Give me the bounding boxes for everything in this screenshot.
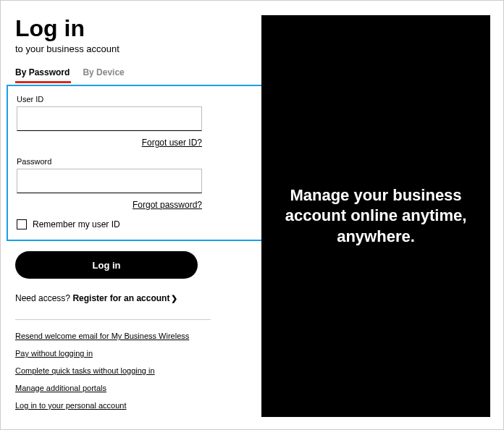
chevron-right-icon: ❯ [171, 294, 177, 303]
link-pay-without-login[interactable]: Pay without logging in [15, 349, 93, 358]
link-resend-email[interactable]: Resend welcome email for My Business Wir… [15, 332, 189, 340]
userid-label: User ID [17, 95, 259, 104]
login-tabs: By Password By Device [15, 67, 247, 82]
promo-panel: Manage your business account online anyt… [261, 15, 490, 417]
userid-input[interactable] [17, 106, 202, 131]
forgot-password-row: Forgot password? [17, 198, 202, 211]
password-input[interactable] [17, 169, 202, 193]
link-quick-tasks[interactable]: Complete quick tasks without logging in [15, 366, 155, 375]
tab-by-device[interactable]: By Device [83, 67, 124, 82]
remember-row: Remember my user ID [17, 219, 259, 229]
login-button[interactable]: Log in [15, 251, 198, 279]
help-links: Resend welcome email for My Business Wir… [15, 332, 247, 410]
forgot-userid-row: Forgot user ID? [17, 135, 202, 148]
page-container: Log in to your business account By Passw… [1, 1, 503, 429]
login-panel: Log in to your business account By Passw… [15, 15, 261, 415]
divider [15, 319, 211, 320]
page-title: Log in [15, 15, 247, 42]
remember-label: Remember my user ID [33, 219, 120, 229]
remember-checkbox[interactable] [17, 219, 27, 229]
link-manage-portals[interactable]: Manage additional portals [15, 384, 106, 392]
link-personal-account[interactable]: Log in to your personal account [15, 401, 127, 410]
register-link[interactable]: Register for an account❯ [72, 293, 177, 303]
forgot-userid-link[interactable]: Forgot user ID? [142, 138, 202, 148]
register-prompt: Need access? [15, 293, 72, 303]
password-label: Password [17, 157, 259, 166]
forgot-password-link[interactable]: Forgot password? [133, 200, 202, 210]
promo-text: Manage your business account online anyt… [283, 185, 469, 248]
credentials-highlight: User ID Forgot user ID? Password Forgot … [7, 85, 269, 241]
tab-by-password[interactable]: By Password [15, 67, 70, 82]
register-row: Need access? Register for an account❯ [15, 293, 247, 303]
page-subtitle: to your business account [15, 43, 247, 54]
